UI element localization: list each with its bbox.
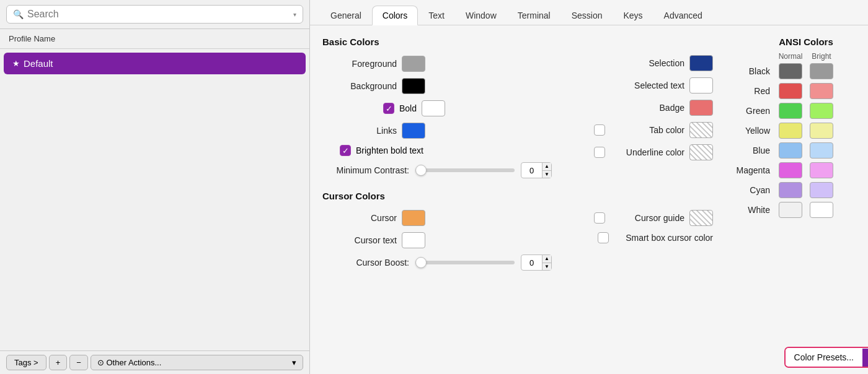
tabs-bar: General Colors Text Window Terminal Sess…: [310, 0, 868, 25]
cursor-guide-checkbox[interactable]: [594, 212, 605, 224]
ansi-row-black: Black: [732, 63, 868, 79]
search-input[interactable]: [27, 9, 290, 20]
tab-session[interactable]: Session: [561, 6, 613, 25]
background-row: Background: [322, 78, 552, 94]
underline-color-label: Underline color: [610, 147, 684, 157]
ansi-cyan-bright-swatch[interactable]: [810, 182, 833, 198]
bold-swatch[interactable]: [422, 100, 445, 116]
cursor-row: Cursor: [322, 210, 552, 226]
ansi-row-yellow: Yellow: [732, 123, 868, 139]
ansi-white-normal-swatch[interactable]: [779, 202, 802, 218]
add-profile-button[interactable]: +: [49, 355, 68, 370]
ansi-black-label: Black: [732, 66, 775, 76]
minimum-contrast-row: Minimum Contrast: 0 ▲ ▼: [322, 162, 552, 178]
selected-text-swatch[interactable]: [689, 77, 713, 94]
tab-general[interactable]: General: [320, 6, 372, 25]
search-icon: 🔍: [13, 9, 24, 19]
brighten-bold-checkbox[interactable]: ✓: [340, 145, 351, 156]
foreground-swatch[interactable]: [402, 56, 425, 72]
minimum-contrast-label: Minimum Contrast:: [322, 165, 409, 175]
ansi-green-normal-swatch[interactable]: [779, 103, 802, 119]
ansi-row-magenta: Magenta: [732, 162, 868, 178]
ansi-magenta-bright-swatch[interactable]: [810, 162, 833, 178]
ansi-black-normal-swatch[interactable]: [779, 63, 802, 79]
cursor-boost-decrement[interactable]: ▼: [542, 263, 551, 271]
tab-keys[interactable]: Keys: [613, 6, 653, 25]
ansi-green-bright-swatch[interactable]: [810, 103, 833, 119]
background-swatch[interactable]: [402, 78, 425, 94]
main-col: Basic Colors Foreground Background ✓ Bol…: [322, 37, 552, 368]
tab-text[interactable]: Text: [418, 6, 455, 25]
cursor-colors-section: Cursor Colors Cursor Cursor text Cursor …: [322, 191, 552, 277]
ansi-row-red: Red: [732, 83, 868, 99]
ansi-blue-label: Blue: [732, 146, 775, 155]
cursor-text-swatch[interactable]: [402, 232, 425, 248]
ansi-blue-bright-swatch[interactable]: [810, 142, 833, 159]
minimum-contrast-slider[interactable]: [415, 168, 515, 172]
ansi-yellow-normal-swatch[interactable]: [779, 123, 802, 139]
links-row: Links: [322, 123, 552, 139]
cursor-guide-row: Cursor guide: [577, 210, 713, 226]
selected-text-label: Selected text: [610, 80, 684, 90]
tab-window[interactable]: Window: [455, 6, 507, 25]
cursor-text-row: Cursor text: [322, 232, 552, 248]
add-icon: +: [56, 358, 61, 367]
bold-checkbox[interactable]: ✓: [383, 103, 394, 114]
profile-item-default[interactable]: ★ Default: [4, 53, 306, 74]
cursor-boost-thumb[interactable]: [415, 257, 427, 268]
ansi-magenta-label: Magenta: [732, 165, 775, 175]
tab-color-swatch[interactable]: [689, 122, 713, 138]
selection-swatch[interactable]: [689, 55, 713, 71]
ansi-magenta-normal-swatch[interactable]: [779, 162, 802, 178]
search-bar-inner: 🔍 ▾: [6, 5, 303, 24]
ansi-white-bright-swatch[interactable]: [810, 202, 833, 218]
links-swatch[interactable]: [402, 123, 425, 139]
underline-color-swatch[interactable]: [689, 144, 713, 160]
underline-color-row: Underline color: [577, 144, 713, 160]
badge-swatch[interactable]: [689, 100, 713, 116]
color-presets-button[interactable]: Color Presets... ▾: [784, 347, 868, 368]
ansi-cyan-normal-swatch[interactable]: [779, 182, 802, 198]
minimum-contrast-increment[interactable]: ▲: [542, 163, 551, 171]
cursor-boost-increment[interactable]: ▲: [542, 255, 551, 263]
basic-colors-section: Basic Colors Foreground Background ✓ Bol…: [322, 37, 552, 185]
cursor-swatch[interactable]: [402, 210, 425, 226]
ansi-yellow-bright-swatch[interactable]: [810, 123, 833, 139]
ansi-red-normal-swatch[interactable]: [779, 83, 802, 99]
tab-color-checkbox[interactable]: [594, 124, 605, 136]
ansi-colors-section: ANSI Colors Normal Bright Black Red: [732, 37, 868, 368]
cursor-colors-title: Cursor Colors: [322, 191, 552, 201]
foreground-row: Foreground: [322, 56, 552, 72]
minimum-contrast-thumb[interactable]: [415, 165, 427, 176]
cursor-guide-swatch[interactable]: [689, 210, 713, 226]
remove-profile-button[interactable]: −: [69, 355, 88, 370]
remove-icon: −: [76, 358, 81, 367]
content-area: Basic Colors Foreground Background ✓ Bol…: [310, 25, 868, 374]
other-actions-button[interactable]: ⊙ Other Actions... ▾: [91, 355, 303, 370]
color-presets-arrow-icon: ▾: [862, 349, 868, 367]
ansi-row-white: White: [732, 202, 868, 218]
tags-button[interactable]: Tags >: [6, 355, 46, 370]
minimum-contrast-value-box: 0 ▲ ▼: [521, 162, 552, 178]
cursor-label: Cursor: [322, 213, 397, 223]
smart-box-cursor-checkbox[interactable]: [598, 232, 609, 243]
profile-list-header: Profile Name: [0, 29, 309, 49]
tab-color-row: Tab color: [577, 122, 713, 138]
minimum-contrast-decrement[interactable]: ▼: [542, 171, 551, 178]
cursor-boost-stepper: ▲ ▼: [542, 255, 551, 270]
ansi-black-bright-swatch[interactable]: [810, 63, 833, 79]
smart-box-cursor-row: Smart box cursor color: [577, 232, 713, 243]
cursor-boost-slider[interactable]: [415, 261, 515, 264]
underline-color-checkbox[interactable]: [594, 147, 605, 158]
tab-advanced[interactable]: Advanced: [653, 6, 713, 25]
basic-colors-title: Basic Colors: [322, 37, 552, 47]
ansi-row-cyan: Cyan: [732, 182, 868, 198]
ansi-red-bright-swatch[interactable]: [810, 83, 833, 99]
ansi-bright-header: Bright: [806, 52, 837, 61]
tab-terminal[interactable]: Terminal: [507, 6, 561, 25]
tab-colors[interactable]: Colors: [372, 6, 418, 25]
ansi-white-label: White: [732, 205, 775, 215]
cursor-text-label: Cursor text: [322, 235, 397, 245]
ansi-blue-normal-swatch[interactable]: [779, 142, 802, 159]
badge-row: Badge: [577, 100, 713, 116]
